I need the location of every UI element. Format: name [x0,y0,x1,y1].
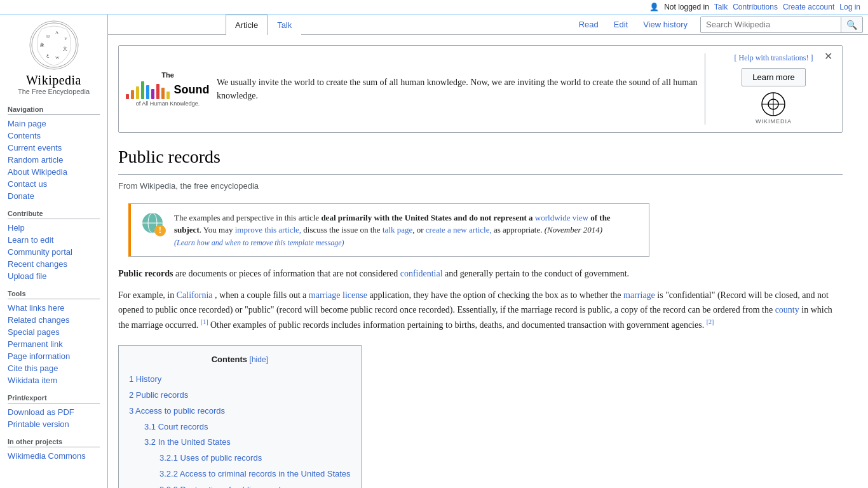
sidebar-item-wikimedia-commons[interactable]: Wikimedia Commons [8,450,100,462]
svg-text:У: У [64,36,67,41]
sidebar-item-contents[interactable]: Contents [8,130,100,142]
sidebar-item-what-links-here[interactable]: What links here [8,302,100,314]
talk-page-link[interactable]: talk page [383,225,412,234]
sidebar-item-upload-file[interactable]: Upload file [8,270,100,282]
article-body: Public records From Wikipedia, the free … [118,143,843,488]
article-para-2: For example, in California , when a coup… [118,288,843,332]
tools-section: Tools [8,290,100,299]
article-para-1: Public records are documents or pieces o… [118,267,843,281]
tab-talk[interactable]: Talk [268,15,301,35]
sidebar-item-related-changes[interactable]: Related changes [8,314,100,326]
sidebar-item-printable-version[interactable]: Printable version [8,418,100,430]
toc-hide-link[interactable]: [hide] [250,355,268,364]
toc-link-toc-public-records[interactable]: 2 Public records [129,390,188,400]
wikipedia-logo: Ω A У 象 文 ع W [29,20,79,71]
worldwide-view-link[interactable]: worldwide view [535,213,588,222]
toc-item-toc-destruction: 3.2.3 Destruction of public records [129,482,351,488]
user-icon: 👤 [649,3,659,11]
sidebar-item-page-information[interactable]: Page information [8,350,100,362]
sidebar-item-current-events[interactable]: Current events [8,142,100,154]
toc-link-toc-destruction[interactable]: 3.2.3 Destruction of public records [159,485,285,488]
sidebar-item-random-article[interactable]: Random article [8,154,100,166]
toc-link-toc-court-records[interactable]: 3.1 Court records [144,422,208,431]
close-banner-button[interactable]: ✕ [824,50,832,62]
talk-link[interactable]: Talk [714,3,728,11]
sidebar-item-donate[interactable]: Donate [8,190,100,202]
ref-1[interactable]: [1] [201,318,208,325]
marriage-link[interactable]: marriage [623,290,655,300]
log-in-link[interactable]: Log in [839,3,860,11]
top-bar: 👤 Not logged in Talk Contributions Creat… [0,0,868,15]
sidebar-item-contact-us[interactable]: Contact us [8,178,100,190]
contributions-link[interactable]: Contributions [733,3,778,11]
search-input[interactable] [701,17,841,32]
tools-links: What links hereRelated changesSpecial pa… [8,302,100,386]
help-translations-link[interactable]: [ Help with translations! ] [735,53,813,63]
right-tabs: Read Edit View history 🔍 [571,15,868,34]
banner-text: We usually invite the world to create th… [217,76,705,102]
sidebar-logo: Ω A У 象 文 ع W Wikipedia The Free Encyclo… [8,20,100,95]
sidebar-item-cite-this-page[interactable]: Cite this page [8,362,100,374]
toc-item-toc-access: 3 Access to public records [129,403,351,419]
navigation-section: Navigation [8,105,100,115]
tab-view-history[interactable]: View history [635,15,695,34]
warning-or: , or [412,225,426,234]
tab-read[interactable]: Read [571,15,606,34]
para2-mid2: application, they have the option of che… [369,290,623,300]
svg-text:!: ! [159,226,162,235]
sidebar-item-about-wikipedia[interactable]: About Wikipedia [8,166,100,178]
county-link[interactable]: county [775,305,799,315]
improve-article-link[interactable]: improve this article, [235,225,301,234]
wikimedia-text: WIKIMEDIA [756,118,792,125]
toc-item-toc-criminal: 3.2.2 Access to criminal records in the … [129,466,351,482]
learn-remove-link[interactable]: (Learn how and when to remove this templ… [174,238,344,247]
banner: The [118,45,843,133]
tab-article[interactable]: Article [226,15,268,35]
sidebar-item-main-page[interactable]: Main page [8,118,100,130]
sidebar-item-download-pdf[interactable]: Download as PDF [8,406,100,418]
toc-link-toc-history[interactable]: 1 History [129,374,161,384]
toc-link-toc-uses[interactable]: 3.2.1 Uses of public records [159,453,262,463]
sidebar-item-community-portal[interactable]: Community portal [8,246,100,258]
sidebar-item-special-pages[interactable]: Special pages [8,326,100,338]
svg-text:A: A [55,30,58,35]
warning-bold: deal primarily with the United States an… [321,213,534,222]
banner-left: The [129,71,705,107]
learn-more-button[interactable]: Learn more [742,68,805,86]
para1-rest: and generally pertain to the conduct of … [445,269,629,278]
confidential-link[interactable]: confidential [400,269,443,278]
para2-before: For example, in [118,290,177,300]
warning-appropriate: as appropriate. (November 2014) [492,225,602,234]
warning-icon: ! [141,212,166,249]
sidebar-item-recent-changes[interactable]: Recent changes [8,258,100,270]
warning-text: The examples and perspective in this art… [174,212,639,249]
svg-text:文: 文 [63,46,67,51]
toc-link-toc-us[interactable]: 3.2 In the United States [144,437,231,447]
page-title: Public records [118,143,843,175]
marriage-license-link[interactable]: marriage license [309,290,367,300]
toc-item-toc-public-records: 2 Public records [129,388,351,403]
svg-text:Ω: Ω [46,34,50,39]
toc-link-toc-access[interactable]: 3 Access to public records [129,406,225,416]
contribute-section: Contribute [8,210,100,219]
sidebar-item-learn-to-edit[interactable]: Learn to edit [8,234,100,246]
sidebar: Ω A У 象 文 ع W Wikipedia The Free Encyclo… [0,15,108,488]
toc-link-toc-criminal[interactable]: 3.2.2 Access to criminal records in the … [159,469,351,478]
create-account-link[interactable]: Create account [783,3,834,11]
sidebar-item-wikidata-item[interactable]: Wikidata item [8,374,100,386]
search-button[interactable]: 🔍 [841,17,862,32]
other-projects-section: In other projects [8,438,100,447]
california-link[interactable]: California [177,290,213,300]
wikimedia-logo: WIKIMEDIA [756,92,792,125]
toc-item-toc-uses: 3.2.1 Uses of public records [129,451,351,466]
left-tabs: Article Talk [226,15,301,34]
toc-item-toc-history: 1 History [129,372,351,388]
ref-2[interactable]: [2] [707,318,714,325]
other-projects-links: Wikimedia Commons [8,450,100,462]
content: The [108,35,858,488]
sidebar-item-permanent-link[interactable]: Permanent link [8,338,100,350]
warning-remove-msg: (Learn how and when to remove this templ… [174,238,344,247]
create-article-link[interactable]: create a new article, [426,225,492,234]
sidebar-item-help[interactable]: Help [8,222,100,234]
tab-edit[interactable]: Edit [606,15,635,34]
